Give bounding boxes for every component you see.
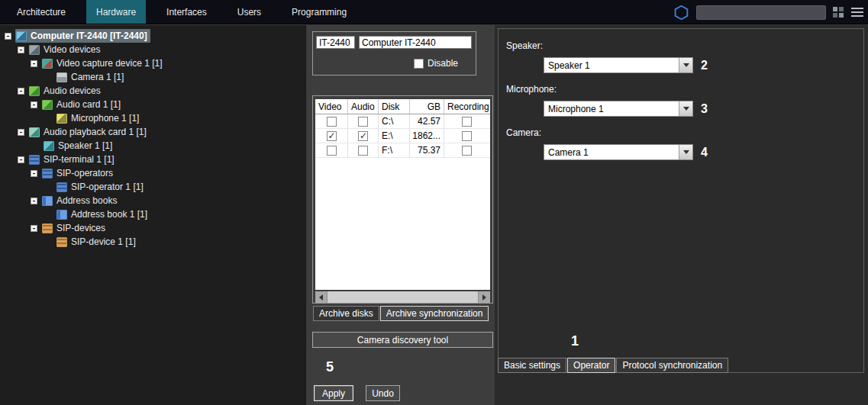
- identity-group: Disable: [312, 31, 476, 76]
- tree-item-label: Camera 1 [1]: [71, 72, 124, 82]
- sip-terminal-icon: [29, 155, 40, 165]
- archive-tab-archive-synchronization[interactable]: Archive synchronization: [380, 306, 489, 321]
- tree-item-video-devices[interactable]: -Video devices: [0, 43, 305, 56]
- archive-tab-archive-disks[interactable]: Archive disks: [313, 306, 379, 321]
- tree-item-video-capture-device-1-1[interactable]: -Video capture device 1 [1]: [0, 56, 305, 70]
- horizontal-scrollbar[interactable]: [315, 291, 490, 303]
- search-input[interactable]: [696, 5, 826, 20]
- top-navigation-bar: ArchitectureHardwareInterfacesUsersProgr…: [0, 0, 868, 24]
- expand-toggle-icon[interactable]: -: [18, 129, 24, 136]
- disk-row-c[interactable]: C:\42.57: [315, 114, 490, 129]
- tree-item-label: Address books: [56, 195, 117, 206]
- sip-device-icon: [56, 237, 67, 247]
- disk-cell: F:\: [379, 143, 410, 157]
- chevron-down-icon[interactable]: [679, 101, 692, 116]
- tree-item-audio-card-1-1[interactable]: -Audio card 1 [1]: [0, 98, 305, 111]
- tab-users[interactable]: Users: [227, 0, 271, 24]
- tree-item-audio-devices[interactable]: -Audio devices: [0, 84, 305, 98]
- video-checkbox[interactable]: [327, 131, 337, 141]
- tree-item-audio-playback-card-1-1[interactable]: -Audio playback card 1 [1]: [0, 125, 305, 139]
- tab-programming[interactable]: Programming: [282, 0, 357, 24]
- chevron-down-icon[interactable]: [679, 58, 692, 72]
- microphone-label: Microphone:: [506, 84, 557, 95]
- tree-item-sip-operator-1-1[interactable]: SIP-operator 1 [1]: [0, 180, 305, 194]
- audio-checkbox[interactable]: [358, 117, 368, 127]
- scrollbar-thumb[interactable]: [327, 291, 479, 303]
- recording-checkbox[interactable]: [462, 117, 472, 127]
- recording-checkbox[interactable]: [462, 131, 472, 141]
- expand-toggle-icon[interactable]: -: [18, 156, 24, 163]
- hexagon-logo-icon: [673, 5, 689, 21]
- tree-item-microphone-1-1[interactable]: Microphone 1 [1]: [0, 111, 305, 125]
- expand-toggle-icon[interactable]: -: [31, 198, 37, 204]
- tree-item-label: Speaker 1 [1]: [58, 140, 112, 151]
- sip-operator-icon: [56, 182, 67, 192]
- archive-tabs: Archive disksArchive synchronization: [313, 306, 489, 321]
- tree-item-label: SIP-device 1 [1]: [71, 236, 136, 247]
- expand-toggle-icon[interactable]: -: [31, 225, 37, 232]
- chevron-down-icon[interactable]: [679, 145, 692, 159]
- audio-checkbox[interactable]: [358, 131, 368, 141]
- speaker-label: Speaker:: [506, 40, 543, 51]
- playback-card-icon: [29, 127, 40, 137]
- audio-checkbox[interactable]: [358, 146, 368, 156]
- disks-table-header: VideoAudioDiskGBRecording: [315, 99, 490, 114]
- settings-tab-operator[interactable]: Operator: [567, 358, 615, 373]
- annotation-3: 3: [701, 102, 708, 116]
- annotation-5: 5: [326, 359, 334, 375]
- microphone-select[interactable]: Microphone 1: [544, 101, 693, 117]
- video-checkbox[interactable]: [327, 117, 337, 127]
- operator-settings-panel: Speaker:Speaker 12Microphone:Microphone …: [495, 25, 868, 405]
- selected-value: Speaker 1: [548, 60, 590, 71]
- expand-toggle-icon[interactable]: -: [31, 170, 37, 177]
- object-id-input[interactable]: [316, 36, 355, 49]
- tree-item-label: Address book 1 [1]: [71, 209, 147, 220]
- expand-toggle-icon[interactable]: -: [31, 101, 37, 108]
- microphone-icon: [56, 114, 67, 124]
- video-checkbox[interactable]: [327, 146, 337, 156]
- grid-view-icon[interactable]: [833, 7, 844, 18]
- tree-item-sip-terminal-1-1[interactable]: -SIP-terminal 1 [1]: [0, 153, 305, 166]
- speaker-select[interactable]: Speaker 1: [544, 57, 693, 73]
- apply-button[interactable]: Apply: [314, 385, 353, 401]
- disk-row-f[interactable]: F:\75.37: [315, 143, 490, 158]
- speaker-icon: [44, 141, 54, 151]
- annotation-4: 4: [701, 146, 708, 159]
- disable-checkbox[interactable]: [414, 59, 424, 69]
- settings-tab-basic-settings[interactable]: Basic settings: [498, 358, 566, 373]
- tree-item-sip-device-1-1[interactable]: SIP-device 1 [1]: [0, 235, 305, 249]
- recording-checkbox[interactable]: [462, 146, 472, 156]
- column-header-audio: Audio: [348, 99, 379, 114]
- tab-interfaces[interactable]: Interfaces: [156, 0, 217, 24]
- disks-table: VideoAudioDiskGBRecording C:\42.57E:\186…: [315, 99, 490, 290]
- hamburger-menu-icon[interactable]: [851, 8, 863, 17]
- undo-button[interactable]: Undo: [366, 385, 400, 401]
- camera-discovery-button[interactable]: Camera discovery tool: [312, 332, 493, 348]
- scroll-right-arrow-icon[interactable]: [479, 291, 490, 303]
- expand-toggle-icon[interactable]: -: [31, 60, 37, 67]
- tree-item-sip-operators[interactable]: -SIP-operators: [0, 166, 305, 180]
- column-header-recording: Recording: [444, 99, 489, 114]
- panel-border: [498, 28, 864, 373]
- camera-label: Camera:: [506, 127, 541, 138]
- expand-toggle-icon[interactable]: -: [5, 33, 11, 40]
- expand-toggle-icon[interactable]: -: [18, 47, 24, 53]
- tab-architecture[interactable]: Architecture: [7, 0, 76, 24]
- tree-item-address-book-1-1[interactable]: Address book 1 [1]: [0, 207, 305, 221]
- tree-item-label: Microphone 1 [1]: [71, 113, 139, 124]
- tree-item-camera-1-1[interactable]: Camera 1 [1]: [0, 70, 305, 84]
- scroll-left-arrow-icon[interactable]: [315, 291, 327, 303]
- settings-tab-protocol-synchronization[interactable]: Protocol synchronization: [616, 358, 728, 373]
- expand-toggle-icon[interactable]: -: [18, 88, 24, 95]
- tree-item-computer-it-2440-it-2440[interactable]: -Computer IT-2440 [IT-2440]: [0, 29, 305, 43]
- object-name-input[interactable]: [359, 36, 472, 49]
- tree-item-speaker-1-1[interactable]: Speaker 1 [1]: [0, 139, 305, 153]
- disk-row-e[interactable]: E:\1862...: [315, 129, 490, 143]
- computer-settings-panel: Disable VideoAudioDiskGBRecording C:\42.…: [305, 25, 495, 405]
- video-devices-icon: [29, 45, 40, 55]
- tree-item-address-books[interactable]: -Address books: [0, 194, 305, 207]
- tab-hardware[interactable]: Hardware: [86, 0, 146, 24]
- camera-select[interactable]: Camera 1: [544, 144, 693, 160]
- column-header-video: Video: [315, 99, 348, 114]
- tree-item-sip-devices[interactable]: -SIP-devices: [0, 221, 305, 235]
